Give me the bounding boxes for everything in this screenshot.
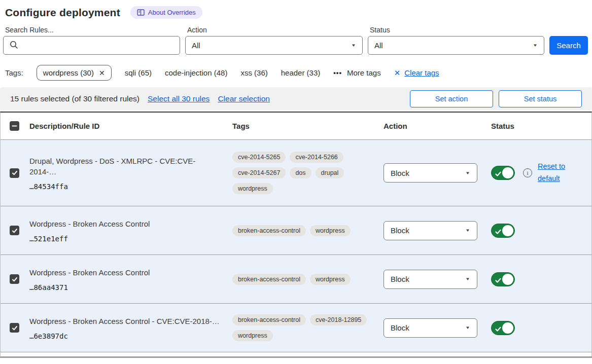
rule-tags-cell: broken-access-control wordpress (232, 225, 379, 236)
reset-to-default-link[interactable]: Reset to default (538, 161, 569, 185)
action-select[interactable]: Block ▼ (384, 163, 477, 183)
filters-row: Search Rules... Action All ▼ Status All … (0, 19, 592, 55)
search-label: Search Rules... (5, 26, 180, 34)
action-select[interactable]: Block ▼ (384, 221, 477, 240)
action-select[interactable]: Block ▼ (384, 318, 477, 338)
tag-option-header[interactable]: header (33) (281, 68, 321, 77)
rule-tag: cve-2014-5267 (232, 167, 286, 178)
selection-bar: 15 rules selected (of 30 filtered rules)… (0, 87, 592, 111)
rule-description-cell: Wordpress - Broken Access Control …86aa4… (29, 267, 232, 292)
rule-tag: broken-access-control (232, 274, 306, 285)
toggle-knob (502, 167, 513, 178)
rule-action-cell: Block ▼ (384, 318, 485, 338)
table-row: Wordpress - Broken Access Control - CVE:… (1, 304, 591, 352)
rule-status-cell: i Reset to default (485, 161, 591, 185)
action-filter-value: All (192, 41, 200, 50)
table-row: Wordpress - Broken Access Control …521e1… (1, 206, 591, 255)
selection-summary: 15 rules selected (of 30 filtered rules) (10, 94, 140, 103)
row-checkbox-cell (1, 323, 29, 333)
action-select[interactable]: Block ▼ (384, 270, 477, 289)
check-icon (495, 325, 501, 334)
remove-tag-icon[interactable]: ✕ (99, 69, 105, 77)
select-all-checkbox-indeterminate[interactable] (10, 121, 19, 131)
rule-description: Drupal, Wordpress - DoS - XMLRPC - CVE:C… (29, 156, 232, 177)
page-title: Configure deployment (5, 7, 120, 19)
action-select-value: Block (391, 226, 409, 235)
rule-tags-cell: broken-access-control cve-2018-12895 wor… (232, 314, 379, 341)
row-checkbox-cell (1, 226, 29, 235)
search-input[interactable] (3, 36, 180, 55)
rule-tag: cve-2018-12895 (310, 314, 367, 325)
chevron-down-icon: ▼ (465, 325, 470, 330)
toggle-knob (502, 322, 513, 334)
selected-tag-chip[interactable]: wordpress (30) ✕ (37, 65, 112, 81)
clear-tags-x-icon: ✕ (394, 68, 401, 78)
action-filter-label: Action (187, 26, 363, 34)
status-toggle-on[interactable] (491, 166, 515, 180)
rule-id: …521e1eff (29, 235, 232, 243)
row-checkbox-cell (1, 168, 29, 178)
about-overrides-label: About Overrides (148, 9, 196, 16)
check-icon (495, 276, 501, 285)
row-checkbox-checked[interactable] (10, 168, 19, 178)
rule-tags-cell: cve-2014-5265 cve-2014-5266 cve-2014-526… (232, 152, 379, 194)
ellipsis-icon: ••• (333, 69, 342, 77)
action-filter-select[interactable]: All ▼ (185, 36, 363, 55)
bottom-divider (0, 356, 592, 358)
search-button[interactable]: Search (549, 36, 588, 55)
table-row: Wordpress - Broken Access Control …86aa4… (1, 255, 591, 304)
status-filter-label: Status (370, 26, 544, 34)
chevron-down-icon: ▼ (465, 228, 470, 233)
row-checkbox-checked[interactable] (10, 274, 19, 284)
rule-description-cell: Wordpress - Broken Access Control - CVE:… (29, 316, 232, 340)
rule-tag: cve-2014-5265 (232, 152, 286, 163)
search-icon (10, 41, 18, 51)
toggle-knob (502, 274, 513, 285)
status-toggle-on[interactable] (491, 272, 515, 286)
action-select-value: Block (391, 275, 409, 283)
clear-tags-link[interactable]: ✕ Clear tags (394, 68, 439, 78)
rule-tags-cell: broken-access-control wordpress (232, 274, 379, 285)
column-header-action: Action (384, 122, 485, 130)
status-toggle-on[interactable] (491, 321, 515, 335)
tags-bar: Tags: wordpress (30) ✕ sqli (65) code-in… (0, 55, 592, 81)
row-checkbox-checked[interactable] (10, 226, 19, 235)
rule-tag: cve-2014-5266 (290, 152, 343, 163)
rule-tag: broken-access-control (232, 314, 306, 325)
rule-description: Wordpress - Broken Access Control (29, 267, 232, 278)
rule-action-cell: Block ▼ (384, 270, 485, 289)
rule-id: …86aa4371 (29, 283, 232, 292)
book-icon (137, 9, 145, 16)
status-filter-field: Status All ▼ (368, 26, 544, 55)
select-all-link[interactable]: Select all 30 rules (148, 94, 210, 103)
status-toggle-on[interactable] (491, 224, 515, 238)
toggle-knob (502, 225, 513, 236)
about-overrides-badge[interactable]: About Overrides (130, 6, 202, 19)
tag-option-code-injection[interactable]: code-injection (48) (165, 68, 227, 77)
set-status-button[interactable]: Set status (499, 90, 582, 107)
more-tags-label: More tags (347, 68, 381, 77)
chevron-down-icon: ▼ (465, 171, 470, 175)
set-action-button[interactable]: Set action (410, 90, 493, 107)
rules-table: Description/Rule ID Tags Action Status D… (0, 112, 592, 352)
chevron-down-icon: ▼ (465, 277, 470, 281)
action-filter-field: Action All ▼ (185, 26, 363, 55)
clear-selection-link[interactable]: Clear selection (218, 94, 270, 103)
row-checkbox-checked[interactable] (10, 323, 19, 333)
rule-status-cell (485, 321, 591, 335)
rule-action-cell: Block ▼ (384, 221, 485, 240)
more-tags-button[interactable]: ••• More tags (333, 68, 380, 77)
check-icon (495, 228, 501, 237)
table-row: Drupal, Wordpress - DoS - XMLRPC - CVE:C… (1, 140, 591, 206)
check-icon (495, 170, 501, 179)
rule-action-cell: Block ▼ (384, 163, 485, 183)
rule-id: …6e3897dc (29, 332, 232, 340)
tag-option-sqli[interactable]: sqli (65) (125, 68, 152, 77)
rule-description: Wordpress - Broken Access Control (29, 219, 232, 229)
status-filter-value: All (374, 41, 383, 50)
tag-option-xss[interactable]: xss (36) (240, 68, 267, 77)
rule-description-cell: Drupal, Wordpress - DoS - XMLRPC - CVE:C… (29, 156, 232, 191)
info-icon[interactable]: i (523, 168, 532, 177)
status-filter-select[interactable]: All ▼ (368, 36, 544, 55)
table-bottom-gap (0, 352, 592, 356)
